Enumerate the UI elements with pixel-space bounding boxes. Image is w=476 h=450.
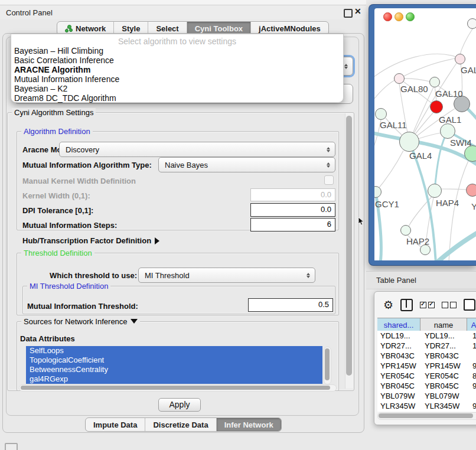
top-strip: [0, 0, 366, 5]
table-panel-titlebar: Table Panel: [366, 271, 476, 289]
list-item[interactable]: SelfLoops: [26, 346, 322, 356]
list-item[interactable]: BetweennessCentrality: [26, 365, 322, 374]
combo-value: Discovery: [60, 145, 324, 154]
mi-threshold-field[interactable]: 0.5: [248, 298, 333, 312]
collapsed-panel-button[interactable]: [5, 443, 18, 450]
hub-definition-header[interactable]: Hub/Transcription Factor Definition: [22, 236, 159, 245]
combo-value: Naive Bayes: [159, 161, 324, 169]
tab-discretize-data[interactable]: Discretize Data: [145, 418, 216, 431]
dropdown-item[interactable]: Dream8 DC_TDC Algorithm: [14, 93, 116, 103]
node-label: HAP2: [406, 236, 429, 246]
network-node[interactable]: [400, 225, 411, 236]
dropdown-item-selected[interactable]: ARACNE Algorithm: [14, 65, 90, 74]
tab-label: Discretize Data: [153, 420, 208, 429]
table-row[interactable]: YPR145WYPR145W9.: [377, 361, 476, 371]
tab-label: Select: [156, 24, 178, 33]
network-node[interactable]: [375, 108, 387, 120]
panel-title: Control Panel: [6, 8, 53, 17]
network-node[interactable]: [440, 123, 455, 139]
node-label: GAL11: [380, 120, 407, 130]
table-row[interactable]: YDR27...YDR27...12: [377, 341, 476, 351]
dropdown-item[interactable]: Bayesian – K2: [14, 84, 67, 93]
dropdown-placeholder: Select algorithm to view settings: [11, 37, 343, 46]
network-node[interactable]: [464, 145, 476, 162]
node-label: SWI4: [450, 138, 472, 148]
gear-icon[interactable]: ⚙: [383, 299, 393, 311]
group-title[interactable]: Sources for Network Inference: [21, 317, 140, 326]
new-table-icon[interactable]: [464, 299, 475, 311]
which-threshold-combobox[interactable]: MI Threshold: [138, 268, 315, 283]
network-icon: [65, 25, 73, 32]
list-item[interactable]: gal4RGexp: [26, 374, 322, 384]
network-canvas[interactable]: GAL GAL80 GAL10 GAL11 GAL1 GAL4 SWI4 GCY…: [374, 8, 476, 260]
mouse-cursor-icon: [358, 217, 364, 226]
node-label: GAL4: [409, 151, 432, 161]
aracne-mode-combobox[interactable]: Discovery: [59, 142, 335, 157]
table-window: ⚙ shared... name A YDL19...YDL19...13 YD…: [374, 291, 476, 425]
network-node[interactable]: [466, 184, 476, 197]
manual-kernel-label: Manual Kernel Width Definition: [22, 177, 136, 185]
tab-label: jActiveMNodules: [259, 24, 321, 33]
group-title: Cyni Algorithm Settings: [12, 108, 96, 117]
column-header[interactable]: name: [420, 318, 467, 331]
dpi-tolerance-label: DPI Tolerance [0,1]:: [22, 206, 93, 215]
column-header[interactable]: shared...: [377, 318, 420, 331]
tab-label: Cyni Toolbox: [195, 24, 243, 33]
hub-definition-label: Hub/Transcription Factor Definition: [22, 236, 151, 245]
list-item[interactable]: TopologicalCoefficient: [26, 356, 322, 365]
apply-button[interactable]: Apply: [158, 398, 201, 412]
network-node[interactable]: [429, 77, 440, 87]
tab-infer-network[interactable]: Infer Network: [217, 418, 281, 431]
deselect-all-icon[interactable]: [442, 302, 457, 308]
table-row[interactable]: YLR345WYLR345W9.: [377, 401, 476, 411]
table-row[interactable]: YIL052CYIL052C9.: [377, 411, 476, 412]
tab-label: Infer Network: [224, 420, 273, 429]
select-all-icon[interactable]: [420, 302, 435, 308]
close-icon[interactable]: ✕: [354, 6, 361, 16]
mi-type-label: Mutual Information Algorithm Type:: [22, 161, 152, 169]
table-hscrollbar-thumb[interactable]: [379, 413, 473, 418]
kernel-width-field[interactable]: 0.0: [250, 188, 335, 201]
table-row[interactable]: YDL19...YDL19...13: [377, 331, 476, 341]
table-row[interactable]: YBR043CYBR043C: [377, 351, 476, 361]
dpi-tolerance-field[interactable]: 0.0: [250, 203, 335, 217]
tab-impute-data[interactable]: Impute Data: [86, 418, 145, 431]
which-threshold-label: Which threshold to use:: [50, 271, 137, 280]
float-window-icon[interactable]: [344, 9, 353, 18]
mi-steps-field[interactable]: 6: [250, 218, 335, 231]
split-pane-icon[interactable]: [400, 299, 413, 311]
table-panel-title: Table Panel: [376, 276, 416, 285]
network-node[interactable]: [467, 18, 476, 29]
network-node[interactable]: [399, 132, 419, 152]
table-row[interactable]: YER054CYER054C8.: [377, 371, 476, 381]
mi-steps-label: Mutual Information Steps:: [22, 221, 117, 230]
column-header[interactable]: A: [467, 318, 476, 331]
network-node[interactable]: [455, 54, 465, 64]
table-row[interactable]: YBL079WYBL079W: [377, 391, 476, 401]
tab-label: Style: [122, 24, 140, 33]
tab-label: Impute Data: [93, 420, 137, 429]
chevron-down-icon: [131, 319, 138, 324]
manual-kernel-checkbox[interactable]: [324, 175, 334, 185]
dropdown-item[interactable]: Basic Correlation Inference: [14, 56, 114, 65]
table-row[interactable]: YBR045CYBR045C9.: [377, 381, 476, 391]
node-label: GAL1: [439, 115, 461, 125]
table-body: YDL19...YDL19...13 YDR27...YDR27...12 YB…: [377, 331, 476, 412]
attributes-hscrollbar-thumb[interactable]: [21, 386, 330, 390]
dropdown-item[interactable]: Mutual Information Inference: [14, 74, 119, 84]
data-attributes-label: Data Attributes: [20, 334, 75, 343]
control-panel-titlebar: Control Panel ✕: [0, 5, 366, 19]
node-label: HAP4: [436, 198, 459, 208]
network-edges: [374, 8, 476, 260]
dropdown-item[interactable]: Bayesian – Hill Climbing: [14, 46, 103, 56]
table-toolbar: ⚙: [374, 292, 476, 318]
attributes-scrollbar-thumb[interactable]: [325, 348, 330, 380]
settings-scrollbar-thumb[interactable]: [346, 116, 352, 376]
network-node[interactable]: [428, 184, 442, 198]
spinner-icon: [324, 147, 332, 152]
network-node[interactable]: [394, 73, 405, 84]
group-title: MI Threshold Definition: [27, 282, 110, 291]
spinner-icon: [304, 273, 312, 278]
mi-type-combobox[interactable]: Naive Bayes: [158, 157, 335, 172]
network-node-red[interactable]: [430, 100, 443, 113]
